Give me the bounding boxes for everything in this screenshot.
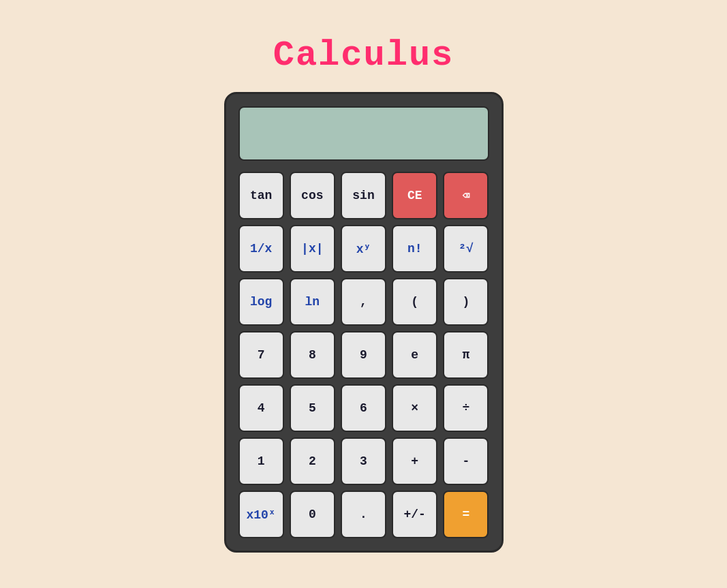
one-button[interactable]: 1	[238, 437, 284, 485]
app-title: Calculus	[273, 35, 454, 76]
cos-button[interactable]: cos	[290, 172, 335, 219]
pi-button[interactable]: π	[443, 331, 489, 379]
e-button[interactable]: e	[392, 331, 437, 379]
comma-button[interactable]: ,	[341, 278, 386, 326]
decimal-button[interactable]: .	[341, 491, 386, 538]
five-button[interactable]: 5	[290, 384, 335, 432]
equals-button[interactable]: =	[443, 491, 489, 538]
reciprocal-button[interactable]: 1/x	[238, 225, 284, 273]
rparen-button[interactable]: )	[443, 278, 489, 326]
calculator: tancossinCE⌫1/x|x|xʸn!²√logln,()789eπ456…	[224, 92, 504, 553]
seven-button[interactable]: 7	[238, 331, 284, 379]
sci-notation-button[interactable]: x10ˣ	[238, 491, 284, 538]
eight-button[interactable]: 8	[290, 331, 335, 379]
tan-button[interactable]: tan	[238, 172, 284, 219]
ln-button[interactable]: ln	[290, 278, 335, 326]
six-button[interactable]: 6	[341, 384, 386, 432]
divide-button[interactable]: ÷	[443, 384, 489, 432]
three-button[interactable]: 3	[341, 437, 386, 485]
sign-button[interactable]: +/-	[392, 491, 437, 538]
nine-button[interactable]: 9	[341, 331, 386, 379]
zero-button[interactable]: 0	[290, 491, 335, 538]
plus-button[interactable]: +	[392, 437, 437, 485]
two-button[interactable]: 2	[290, 437, 335, 485]
backspace-button[interactable]: ⌫	[443, 172, 489, 219]
sin-button[interactable]: sin	[341, 172, 386, 219]
sqrt-button[interactable]: ²√	[443, 225, 489, 273]
four-button[interactable]: 4	[238, 384, 284, 432]
minus-button[interactable]: -	[443, 437, 489, 485]
buttons-grid: tancossinCE⌫1/x|x|xʸn!²√logln,()789eπ456…	[238, 172, 489, 538]
display	[238, 106, 489, 161]
abs-button[interactable]: |x|	[290, 225, 335, 273]
lparen-button[interactable]: (	[392, 278, 437, 326]
ce-button[interactable]: CE	[392, 172, 437, 219]
multiply-button[interactable]: ×	[392, 384, 437, 432]
power-button[interactable]: xʸ	[341, 225, 386, 273]
log-button[interactable]: log	[238, 278, 284, 326]
factorial-button[interactable]: n!	[392, 225, 437, 273]
